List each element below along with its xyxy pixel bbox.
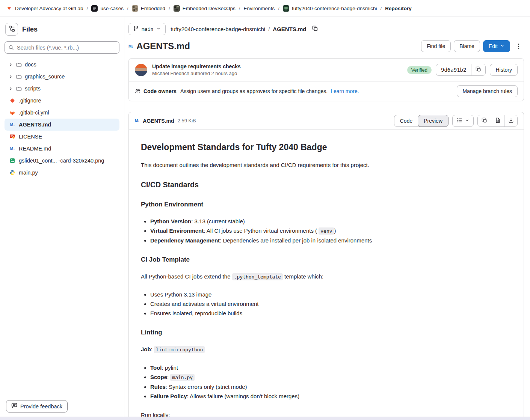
file-viewer-header: M↓ AGENTS.md 2.59 KiB Code Preview [129,112,524,129]
markdown-icon: M↓ [9,146,15,152]
path-repo-link[interactable]: tufty2040-conference-badge-dnsmichi [171,26,265,32]
git-icon [9,98,15,104]
code-owners-description: Assign users and groups as approvers for… [180,88,328,94]
markdown-icon: M↓ [128,44,133,48]
file-row-license[interactable]: LICENSE [5,131,119,143]
file-name: README.md [19,146,51,152]
list-item: Creates and activates a virtual environm… [150,300,512,308]
file-tree-sidebar: Files docs graphics_source scripts [0,17,124,420]
search-input[interactable] [5,41,119,54]
chevron-right-icon [8,86,13,91]
breadcrumb-item-namespace[interactable]: ♥ Developer Advocacy at GitLab [6,5,83,12]
inline-code: venv [319,227,334,235]
blame-button[interactable]: Blame [454,40,480,52]
display-options-dropdown[interactable] [452,115,474,127]
file-title-row: M↓ AGENTS.md Find file Blame Edit ⋮ [128,40,524,52]
doc-heading-2: CI/CD Standards [141,179,512,190]
inline-code: main.py [170,374,195,381]
inline-code: lint:micropython [154,346,205,353]
file-name: AGENTS.md [19,122,51,128]
breadcrumb-separator: / [169,6,170,11]
file-viewer-card: M↓ AGENTS.md 2.59 KiB Code Preview [128,112,524,420]
file-row-gitignore[interactable]: .gitignore [5,95,119,107]
folder-icon [16,62,22,68]
folder-icon [16,86,22,92]
list-item-bold: Tool [150,364,162,371]
chevron-right-icon [8,62,13,67]
copy-path-button[interactable] [311,25,319,33]
open-raw-button[interactable] [491,115,504,126]
folder-row-graphics-source[interactable]: graphics_source [5,71,119,83]
linting-list: Tool: pylint Scope: main.py Rules: Synta… [141,364,512,400]
list-item-bold: Virtual Environment [150,227,204,234]
users-icon [135,89,140,94]
file-row-agents-md[interactable]: M↓ AGENTS.md [5,119,119,131]
breadcrumb-separator: / [87,6,88,11]
file-row-gitlab-ci[interactable]: .gitlab-ci.yml [5,107,119,119]
breadcrumb-item-use-cases[interactable]: use-cases [91,5,124,12]
provide-feedback-button[interactable]: Provide feedback [6,400,68,412]
file-row-readme-md[interactable]: M↓ README.md [5,143,119,155]
viewer-file-name: AGENTS.md [143,118,174,124]
list-item-bold: Dependency Management [150,237,220,244]
file-tree-icon [9,26,15,33]
folder-row-scripts[interactable]: scripts [5,83,119,95]
copy-contents-button[interactable] [478,115,491,126]
window-bottom-edge [0,417,530,420]
find-file-button[interactable]: Find file [421,40,451,52]
list-item-text: : Dependencies are installed per job in … [220,237,372,244]
download-button[interactable] [504,115,517,126]
inline-code: .python_template [232,273,283,280]
image-file-icon [9,158,15,164]
folder-row-docs[interactable]: docs [5,59,119,71]
file-actions-group [477,115,518,127]
folder-name: scripts [25,86,41,92]
commit-message-link[interactable]: Update image requirements checks [152,63,241,69]
breadcrumb-item-project[interactable]: tufty2040-conference-badge-dnsmichi [283,5,377,12]
learn-more-link[interactable]: Learn more. [331,88,359,94]
edit-button-label: Edit [489,43,498,49]
path-file-name: AGENTS.md [273,26,306,32]
linting-job-line: Job: lint:micropython [141,345,512,354]
history-button[interactable]: History [490,64,518,76]
markdown-preview: Development Standards for Tufty 2040 Bad… [129,129,524,420]
branch-icon [133,26,139,32]
list-item-bold: Scope [150,374,167,380]
code-preview-toggle: Code Preview [394,115,448,127]
breadcrumb-separator: / [127,6,128,11]
breadcrumb-item-embedded[interactable]: Embedded [132,5,165,12]
breadcrumb-separator: / [381,6,382,11]
kebab-menu-button[interactable]: ⋮ [513,42,524,50]
tab-preview[interactable]: Preview [418,115,448,127]
list-item-bold: Failure Policy [150,393,187,399]
commit-row: Update image requirements checks Michael… [129,59,524,81]
paragraph-bold: Job [141,346,151,352]
doc-heading-python-env: Python Environment [141,200,512,209]
verified-badge: Verified [407,66,432,74]
breadcrumb-item-repository: Repository [385,6,412,11]
branch-selector[interactable]: main [128,23,166,35]
project-avatar-icon [283,5,289,12]
breadcrumb-separator: / [278,6,279,11]
file-search [5,41,119,54]
breadcrumb-item-devsecops[interactable]: Embedded DevSecOps [174,5,236,12]
breadcrumb-item-environments[interactable]: Environments [244,6,275,11]
toggle-file-tree-button[interactable] [5,23,18,36]
python-env-list: Python Version: 3.13 (current stable) Vi… [141,217,512,245]
paragraph-text: All Python-based CI jobs extend the [141,273,232,280]
license-icon [9,134,15,140]
markdown-icon: M↓ [9,122,15,128]
file-row-png[interactable]: gslide01_cont... -card-320x240.png [5,155,119,167]
edit-button[interactable]: Edit [483,40,510,52]
list-item-text: : Syntax errors only (strict mode) [166,384,247,390]
last-commit-card: Update image requirements checks Michael… [128,58,524,101]
list-item-text: : 3.13 (current stable) [191,218,245,224]
copy-sha-button[interactable] [471,64,485,75]
file-row-main-py[interactable]: main.py [5,167,119,179]
files-header: Files [5,23,119,36]
file-name: .gitlab-ci.yml [19,110,49,116]
main-content: main tufty2040-conference-badge-dnsmichi… [124,17,530,420]
tab-code[interactable]: Code [394,115,418,127]
manage-branch-rules-button[interactable]: Manage branch rules [457,85,518,97]
search-icon [8,45,14,50]
